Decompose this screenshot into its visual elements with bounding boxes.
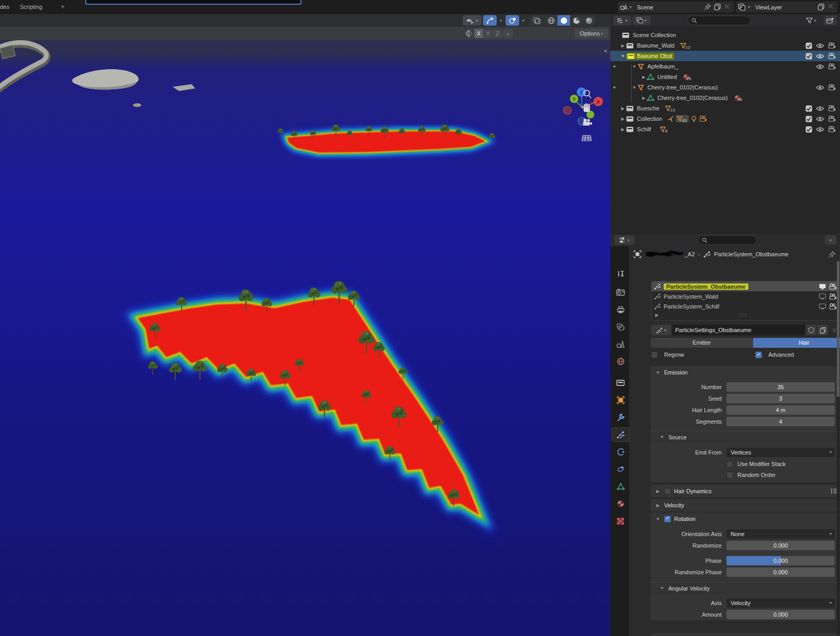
segments-field[interactable]: 4 [726, 417, 835, 426]
eye-icon[interactable] [816, 85, 824, 90]
outliner-display-mode[interactable]: ▾ [613, 16, 631, 25]
checkbox-icon[interactable] [805, 126, 812, 133]
seed-field[interactable]: 3 [726, 394, 835, 403]
hair-length-field[interactable]: 4 m [726, 405, 835, 415]
mirror-options-chevron[interactable]: ▾ [503, 29, 513, 38]
tab-particles[interactable] [612, 428, 629, 441]
render-camera-icon[interactable] [828, 53, 836, 59]
show-gizmo-dropdown[interactable]: ▾ [463, 15, 481, 26]
new-settings-copy-icon[interactable] [817, 325, 828, 335]
shading-wireframe-button[interactable] [545, 15, 557, 26]
new-collection-button[interactable] [824, 16, 836, 25]
tab-scripting[interactable]: Scripting [16, 0, 47, 14]
viewlayer-browse-chevron[interactable]: ▾ [748, 5, 750, 9]
render-enable-icon[interactable] [829, 283, 837, 290]
rotation-header[interactable]: ▼ Rotation ∷∷ [651, 513, 840, 525]
advanced-checkbox[interactable] [755, 351, 762, 358]
outliner-row-apfelbaum[interactable]: ▼ Apfelbaum_ [610, 61, 840, 72]
outliner-row-cherry-tree[interactable]: ▼ Cherry-tree_0102(Cerasus) [610, 82, 840, 93]
tab-object[interactable] [612, 393, 629, 407]
hair-dynamics-checkbox[interactable] [664, 488, 671, 495]
viewport-display-icon[interactable] [819, 293, 826, 300]
particle-slot-1[interactable]: ParticleSystem_Wald [652, 291, 839, 301]
tab-world[interactable] [612, 355, 629, 368]
outliner-row-schilf[interactable]: ▶ Schilf 8 [610, 124, 840, 134]
tab-modifiers[interactable] [612, 411, 629, 424]
hair-dynamics-header[interactable]: ▶ Hair Dynamics ∷∷ [651, 485, 840, 497]
tab-view-layer[interactable] [612, 320, 629, 334]
viewport-display-icon[interactable] [819, 283, 826, 290]
toggle-xray-button[interactable] [530, 15, 543, 26]
emitter-tab[interactable]: Emitter [651, 338, 753, 348]
scene-browse-chevron[interactable]: ▾ [630, 5, 632, 9]
scene-icon[interactable] [620, 3, 628, 11]
render-camera-icon[interactable] [828, 63, 836, 70]
unlink-scene-icon[interactable] [724, 3, 732, 11]
rotation-checkbox[interactable] [664, 516, 671, 523]
show-gizmos-toggle[interactable] [483, 15, 497, 26]
tab-tool[interactable] [612, 267, 629, 281]
render-enable-icon[interactable] [829, 303, 837, 310]
remove-viewlayer-icon[interactable] [827, 3, 835, 11]
mirror-x-button[interactable]: X [474, 29, 483, 38]
use-modifier-stack-checkbox[interactable] [726, 461, 733, 468]
gizmos-dropdown-chevron[interactable]: ▾ [497, 15, 505, 26]
hair-tab[interactable]: Hair [753, 338, 840, 348]
tab-render[interactable] [612, 286, 629, 299]
viewlayer-icon[interactable] [738, 3, 746, 11]
add-workspace-button[interactable]: + [57, 0, 69, 14]
outliner-search[interactable] [688, 16, 751, 25]
eye-icon[interactable] [816, 53, 824, 59]
tab-collection[interactable] [612, 376, 629, 390]
viewport-display-icon[interactable] [819, 303, 826, 310]
fake-user-shield-icon[interactable] [806, 325, 816, 335]
tab-physics[interactable] [612, 445, 629, 459]
properties-scrollbar[interactable] [837, 261, 839, 635]
shading-rendered-button[interactable] [583, 15, 595, 26]
viewlayer-name[interactable]: ViewLayer [752, 4, 785, 10]
shading-solid-button[interactable] [557, 15, 570, 26]
render-camera-icon[interactable] [828, 105, 836, 111]
render-camera-icon[interactable] [828, 116, 836, 122]
eye-icon[interactable] [816, 106, 824, 111]
orientation-axis-dropdown[interactable]: None ▾ [726, 529, 835, 539]
render-camera-icon[interactable] [828, 84, 836, 90]
outliner-filter-button[interactable]: ▾ [803, 16, 820, 25]
pin-icon[interactable] [704, 3, 712, 11]
tool-options-button[interactable]: Options▾ [575, 29, 608, 38]
outliner-row-untitled[interactable]: ▶ Untitled 6 [610, 72, 840, 82]
random-order-checkbox[interactable] [726, 472, 733, 479]
list-footer[interactable]: ▶ ∷∷ [652, 311, 839, 319]
tab-texture[interactable] [612, 514, 629, 528]
tab-constraints[interactable] [612, 462, 629, 476]
angular-axis-dropdown[interactable]: Velocity ▾ [726, 598, 835, 608]
eye-icon[interactable] [816, 116, 824, 122]
properties-editor-type[interactable]: ▾ [614, 235, 634, 245]
render-camera-icon[interactable] [828, 126, 836, 132]
mirror-y-button[interactable]: Y [484, 29, 492, 38]
outliner-row-collection[interactable]: ▶ Collection 85 [610, 113, 840, 124]
breadcrumb-system-name[interactable]: ParticleSystem_Obstbaeume [714, 251, 788, 257]
tab-partial[interactable]: des [0, 0, 14, 14]
particle-slot-0[interactable]: ParticleSystem_Obstbaeume [652, 281, 839, 291]
tab-output[interactable] [612, 303, 629, 316]
eye-icon[interactable] [816, 43, 824, 49]
emit-from-dropdown[interactable]: Vertices ▾ [726, 448, 835, 457]
particle-slot-2[interactable]: ParticleSystem_Schilf [652, 301, 839, 311]
outliner-row-baeume-wald[interactable]: ▶ Baeume_Wald 12 [610, 40, 840, 51]
outliner-filter-id-type[interactable]: ▾ [633, 16, 651, 25]
angular-amount-field[interactable]: 0.000 [726, 610, 835, 619]
sidebar-collapse-arrow[interactable]: < [604, 48, 607, 54]
checkbox-icon[interactable] [805, 53, 812, 60]
phase-slider[interactable]: 0.000 [726, 556, 835, 565]
outliner-row-buesche[interactable]: ▶ Buesche 13 [610, 103, 840, 113]
particle-settings-name-field[interactable]: ParticleSettings_Obstbaeume [672, 325, 805, 335]
render-enable-icon[interactable] [829, 293, 837, 300]
tab-object-data[interactable] [612, 480, 629, 493]
number-field[interactable]: 35 [726, 382, 835, 392]
show-overlays-toggle[interactable] [506, 15, 519, 26]
outliner-row-cherry-tree-data[interactable]: ▶ Cherry-tree_0102(Cerasus) 5 [610, 93, 840, 103]
checkbox-icon[interactable] [805, 116, 812, 122]
tab-scene[interactable] [612, 337, 629, 351]
randomize-field[interactable]: 0.000 [726, 541, 835, 550]
